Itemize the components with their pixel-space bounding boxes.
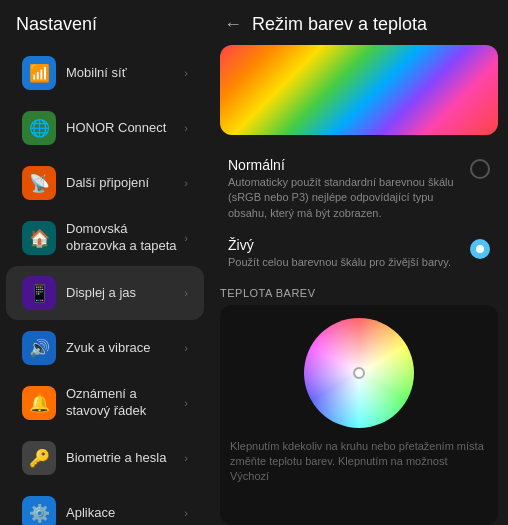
- normalni-radio[interactable]: [470, 159, 490, 179]
- dalsi-pripojeni-label: Další připojení: [66, 175, 184, 192]
- color-options: Normální Automaticky použít standardní b…: [210, 145, 508, 283]
- page-title: Režim barev a teplota: [252, 14, 427, 35]
- displej-icon: 📱: [22, 276, 56, 310]
- honor-connect-icon: 🌐: [22, 111, 56, 145]
- wheel-center-dot: [353, 367, 365, 379]
- right-header: ← Režim barev a teplota: [210, 0, 508, 45]
- displej-label: Displej a jas: [66, 285, 184, 302]
- zivy-title: Živý: [228, 237, 462, 253]
- domovska-obrazovka-label: Domovská obrazovka a tapeta: [66, 221, 184, 255]
- biometrie-arrow: ›: [184, 452, 188, 464]
- teplota-barev-label: TEPLOTA BAREV: [210, 283, 508, 305]
- biometrie-label: Biometrie a hesla: [66, 450, 184, 467]
- mobilni-sit-label: Mobilní síť: [66, 65, 184, 82]
- aplikace-icon: ⚙️: [22, 496, 56, 525]
- oznameni-label: Oznámení a stavový řádek: [66, 386, 184, 420]
- mobilni-sit-icon: 📶: [22, 56, 56, 90]
- displej-arrow: ›: [184, 287, 188, 299]
- settings-sidebar: Nastavení 📶 Mobilní síť › 🌐 HONOR Connec…: [0, 0, 210, 525]
- zvuk-arrow: ›: [184, 342, 188, 354]
- option-normalni[interactable]: Normální Automaticky použít standardní b…: [220, 149, 498, 229]
- normalni-text: Normální Automaticky použít standardní b…: [228, 157, 462, 221]
- mobilni-sit-arrow: ›: [184, 67, 188, 79]
- sidebar-item-domovska-obrazovka[interactable]: 🏠 Domovská obrazovka a tapeta ›: [6, 211, 204, 265]
- back-button[interactable]: ←: [224, 14, 242, 35]
- dalsi-pripojeni-icon: 📡: [22, 166, 56, 200]
- aplikace-label: Aplikace: [66, 505, 184, 522]
- color-wheel-hint: Klepnutím kdekoliv na kruhu nebo přetaže…: [220, 435, 498, 493]
- settings-title: Nastavení: [0, 0, 210, 45]
- option-zivy[interactable]: Živý Použít celou barevnou škálu pro živ…: [220, 229, 498, 278]
- normalni-title: Normální: [228, 157, 462, 173]
- color-wheel-container: [220, 305, 498, 435]
- sidebar-item-oznameni[interactable]: 🔔 Oznámení a stavový řádek ›: [6, 376, 204, 430]
- color-preview-image: [220, 45, 498, 135]
- aplikace-arrow: ›: [184, 507, 188, 519]
- zivy-desc: Použít celou barevnou škálu pro živější …: [228, 255, 462, 270]
- sidebar-item-zvuk-a-vibrace[interactable]: 🔊 Zvuk a vibrace ›: [6, 321, 204, 375]
- zvuk-icon: 🔊: [22, 331, 56, 365]
- color-mode-panel: ← Režim barev a teplota Normální Automat…: [210, 0, 508, 525]
- sidebar-item-biometrie[interactable]: 🔑 Biometrie a hesla ›: [6, 431, 204, 485]
- domovska-obrazovka-arrow: ›: [184, 232, 188, 244]
- sidebar-item-honor-connect[interactable]: 🌐 HONOR Connect ›: [6, 101, 204, 155]
- normalni-desc: Automaticky použít standardní barevnou š…: [228, 175, 462, 221]
- biometrie-icon: 🔑: [22, 441, 56, 475]
- color-wheel-section[interactable]: Klepnutím kdekoliv na kruhu nebo přetaže…: [220, 305, 498, 525]
- honor-connect-arrow: ›: [184, 122, 188, 134]
- zvuk-label: Zvuk a vibrace: [66, 340, 184, 357]
- color-wheel[interactable]: [304, 318, 414, 428]
- sidebar-item-displej-a-jas[interactable]: 📱 Displej a jas ›: [6, 266, 204, 320]
- honor-connect-label: HONOR Connect: [66, 120, 184, 137]
- oznameni-icon: 🔔: [22, 386, 56, 420]
- sidebar-item-mobilni-sit[interactable]: 📶 Mobilní síť ›: [6, 46, 204, 100]
- zivy-text: Živý Použít celou barevnou škálu pro živ…: [228, 237, 462, 270]
- sidebar-item-dalsi-pripojeni[interactable]: 📡 Další připojení ›: [6, 156, 204, 210]
- domovska-obrazovka-icon: 🏠: [22, 221, 56, 255]
- color-gradient-display: [220, 45, 498, 135]
- zivy-radio[interactable]: [470, 239, 490, 259]
- oznameni-arrow: ›: [184, 397, 188, 409]
- sidebar-item-aplikace[interactable]: ⚙️ Aplikace ›: [6, 486, 204, 525]
- settings-menu-list: 📶 Mobilní síť › 🌐 HONOR Connect › 📡 Dalš…: [0, 45, 210, 525]
- dalsi-pripojeni-arrow: ›: [184, 177, 188, 189]
